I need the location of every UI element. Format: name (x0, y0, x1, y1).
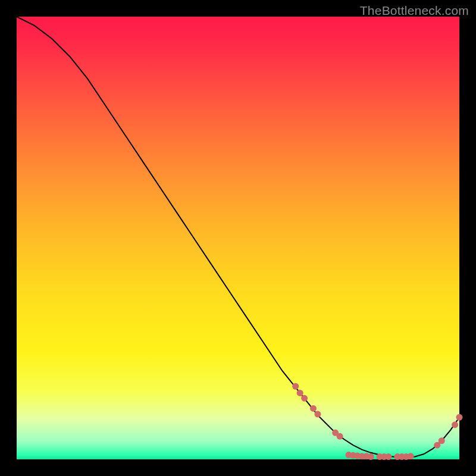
watermark-text: TheBottleneck.com (360, 4, 469, 18)
curve-marker (408, 453, 414, 459)
curve-markers (292, 383, 462, 460)
curve-marker (292, 383, 299, 390)
curve-layer (17, 17, 459, 459)
curve-marker (301, 395, 308, 402)
curve-marker (452, 421, 458, 428)
bottleneck-curve (17, 17, 459, 457)
curve-marker (337, 433, 343, 440)
curve-marker (368, 453, 374, 460)
curve-marker (456, 414, 463, 421)
curve-marker (314, 411, 321, 418)
plot-area (17, 17, 459, 459)
curve-marker (385, 453, 392, 460)
curve-marker (297, 390, 303, 396)
chart-stage: TheBottleneck.com (0, 0, 476, 476)
curve-marker (310, 405, 317, 412)
curve-marker (439, 437, 445, 444)
